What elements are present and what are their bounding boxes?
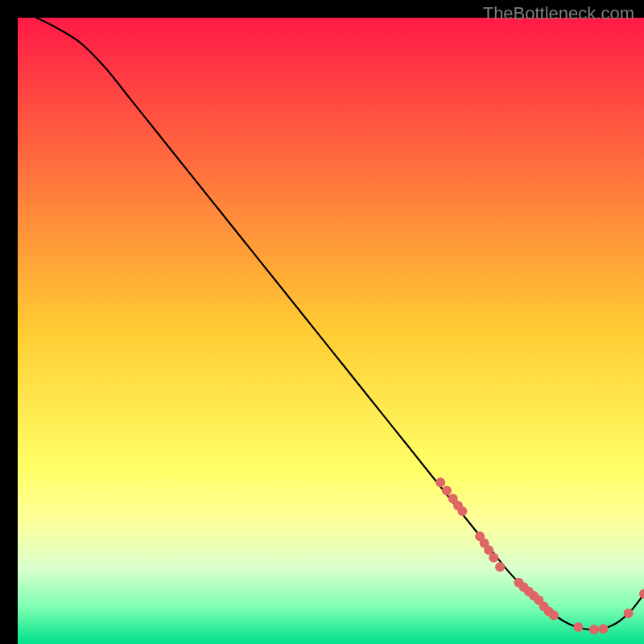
curve-marker (573, 622, 583, 632)
curve-marker (436, 477, 445, 487)
curve-marker (495, 562, 505, 572)
curve-marker (598, 624, 608, 634)
curve-marker (549, 610, 559, 620)
curve-marker (457, 506, 467, 516)
curve-marker (489, 553, 498, 563)
curve-marker (442, 485, 452, 495)
watermark-label: TheBottleneck.com (483, 3, 634, 24)
curve-marker (589, 625, 599, 634)
chart-container: TheBottleneck.com (0, 0, 644, 644)
plot-background (18, 18, 644, 644)
curve-marker (624, 609, 634, 618)
bottleneck-chart (0, 0, 644, 644)
